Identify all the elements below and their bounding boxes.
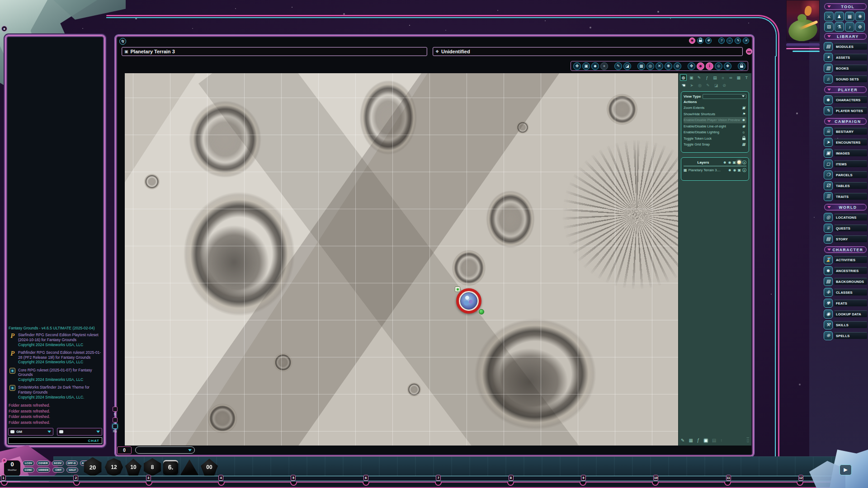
docked-tab[interactable]: [113, 407, 118, 412]
light-mode-icon[interactable]: ☼: [719, 74, 726, 81]
condition-button[interactable]: GCOV: [52, 460, 64, 466]
bestiary-icon[interactable]: ☠: [824, 127, 833, 136]
section-header[interactable]: WORLD: [824, 204, 867, 211]
select-tool-icon[interactable]: ➤: [688, 82, 695, 89]
sidebar-item[interactable]: ▣ IMAGES: [824, 148, 867, 158]
docked-tab-label[interactable]: S: [114, 413, 116, 416]
chat-input[interactable]: CHAT: [8, 437, 102, 444]
sidebar-item-label[interactable]: BESTIARY: [834, 128, 867, 135]
hotbar-bump[interactable]: [290, 482, 297, 486]
sidebar-item[interactable]: ♫ SOUND SETS: [824, 74, 867, 84]
sidebar-section-tool[interactable]: TOOL: [824, 3, 867, 10]
sidebar-item[interactable]: ◎ LOCATIONS: [824, 212, 867, 222]
parcels-icon[interactable]: ❍: [824, 170, 833, 179]
player-view-icon[interactable]: ☻: [697, 62, 704, 70]
move-all-icon[interactable]: ✥: [688, 62, 695, 70]
eraser-tool-icon[interactable]: ◪: [712, 82, 720, 89]
voice-select[interactable]: [57, 428, 102, 436]
layer-light-icon[interactable]: [737, 160, 741, 164]
sidebar-item[interactable]: ✙ CLASSES: [824, 287, 867, 297]
ban-tool-icon[interactable]: ⊘: [721, 82, 728, 89]
hotbar-bump[interactable]: [363, 482, 369, 486]
sidebar-item-label[interactable]: ANCESTRIES: [834, 267, 867, 274]
sidebar-item-label[interactable]: CHARACTERS: [834, 96, 867, 103]
share-map-icon[interactable]: ❖: [724, 62, 731, 70]
activities-icon[interactable]: ⌛: [824, 255, 833, 264]
player-notes-icon[interactable]: ✎: [824, 106, 833, 115]
condition-button[interactable]: COVER: [37, 460, 50, 466]
snapshot-icon[interactable]: ▣: [582, 62, 590, 70]
token-vision-button[interactable]: ☻: [689, 38, 695, 44]
flask-icon[interactable]: ⚗: [835, 22, 844, 32]
quests-icon[interactable]: ♕: [824, 224, 833, 233]
paint-mode-icon[interactable]: ✎: [696, 74, 703, 81]
sidebar-item[interactable]: ❊ SPELLS: [824, 331, 867, 340]
d20-die[interactable]: 20: [83, 457, 103, 477]
d12-die[interactable]: 12: [105, 458, 123, 476]
classes-icon[interactable]: ✙: [824, 288, 833, 297]
collapsed-user-icon[interactable]: ☻: [1, 26, 7, 32]
action-row[interactable]: Enable/Disable Player Vision Preview ☻: [684, 117, 746, 123]
help-button[interactable]: ?: [718, 38, 725, 44]
sidebar-item-label[interactable]: PARCELS: [834, 171, 867, 178]
target-tool-icon[interactable]: ◎: [696, 82, 703, 89]
copy-layer-icon[interactable]: ▤: [712, 438, 716, 443]
images-icon[interactable]: ▣: [824, 149, 833, 158]
layer-visibility-icon[interactable]: ◉: [728, 160, 731, 164]
swords-icon[interactable]: ⚔: [824, 12, 834, 21]
condition-button[interactable]: HIDDEN: [37, 467, 50, 473]
map-counter-field[interactable]: 0: [117, 446, 132, 454]
sidebar-item-label[interactable]: BACKGROUNDS: [834, 278, 867, 285]
hand-tool-icon[interactable]: ☚: [680, 82, 687, 89]
fx-mode-icon[interactable]: ƒ: [703, 74, 710, 81]
zoom-fit-icon[interactable]: ✥: [573, 62, 581, 70]
hotbar-bump[interactable]: [797, 482, 803, 486]
map-title-field[interactable]: ▣ Planetary Terrain 3: [122, 47, 427, 56]
sidebar-item-label[interactable]: FEATS: [834, 300, 867, 306]
sidebar-item[interactable]: ✦ ASSETS: [824, 52, 867, 62]
story-icon[interactable]: ▤: [824, 235, 833, 244]
close-button[interactable]: ✕: [743, 38, 749, 44]
character-portrait[interactable]: [786, 0, 820, 42]
add-drawing-icon[interactable]: ✎: [681, 438, 684, 443]
hotbar-bump[interactable]: [652, 482, 659, 486]
modifier-box[interactable]: ✕ 0 Modifier: [4, 460, 21, 477]
spells-icon[interactable]: ❊: [824, 331, 833, 340]
condition-button[interactable]: LCOV: [23, 460, 34, 466]
layer-walk-icon[interactable]: ☻: [728, 168, 731, 172]
hotbar-bump[interactable]: [146, 482, 152, 486]
gear-icon[interactable]: ⚙: [855, 22, 865, 32]
hotbar-slot-number[interactable]: 8: [509, 475, 514, 481]
hotbar-bump[interactable]: [73, 482, 80, 486]
soundsets-icon[interactable]: ♫: [824, 75, 833, 84]
pencil-tool-icon[interactable]: ✎: [704, 82, 712, 89]
d6-die[interactable]: 6.: [163, 460, 178, 475]
sidebar-item-label[interactable]: IMAGES: [834, 150, 867, 156]
action-row[interactable]: Zoom Extents ▣: [684, 105, 746, 111]
sidebar-item[interactable]: ☠ BESTIARY: [824, 127, 867, 136]
layer-frame-icon[interactable]: ▣: [737, 168, 741, 172]
section-header[interactable]: CAMPAIGN: [824, 118, 867, 125]
hotbar-slot-number[interactable]: 7: [436, 475, 441, 481]
hotbar-slot-number[interactable]: 4: [218, 475, 223, 481]
characters-icon[interactable]: ☻: [824, 95, 833, 104]
condition-button[interactable]: OFF-G: [66, 460, 78, 466]
link-mode-icon[interactable]: ∞: [727, 74, 734, 81]
backgrounds-icon[interactable]: ▤: [824, 277, 833, 286]
feats-icon[interactable]: ✾: [824, 299, 833, 308]
sidebar-item[interactable]: ✎ PLAYER NOTES: [824, 106, 867, 115]
hotbar-slot-number[interactable]: 3: [146, 475, 151, 481]
layer-row[interactable]: ▦ Planetary Terrain 3.... ☻◉▣0: [684, 167, 746, 173]
sidebar-item[interactable]: ▤ MODULES: [824, 42, 867, 51]
docked-tab-label[interactable]: Ro: [113, 430, 117, 433]
sidebar-item[interactable]: ✾ FEATS: [824, 298, 867, 308]
action-row[interactable]: Show/Hide Shortcuts ⚑: [684, 111, 746, 117]
d10-die[interactable]: 10: [125, 459, 142, 476]
paint-button[interactable]: ✎: [735, 38, 741, 44]
layer-count-badge[interactable]: 0: [742, 160, 746, 164]
hotbar-slot-number[interactable]: 6: [363, 475, 368, 481]
traits-icon[interactable]: ☰: [824, 192, 833, 201]
fg-logo-button[interactable]: fg: [119, 38, 126, 45]
export-icon[interactable]: ↑: [720, 438, 722, 443]
face-icon[interactable]: ☺: [715, 62, 722, 70]
